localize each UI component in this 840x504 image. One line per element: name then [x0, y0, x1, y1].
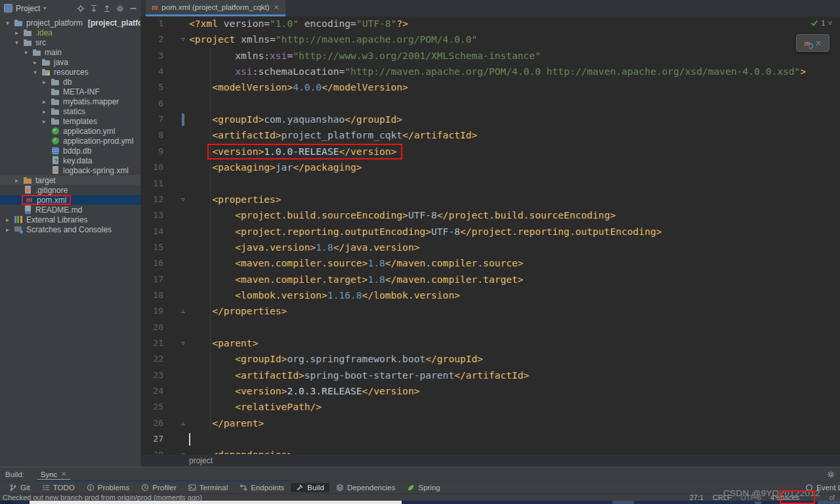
tree-item-mybatis-mapper[interactable]: ▸mybatis.mapper: [0, 96, 140, 106]
tree-item-templates[interactable]: ▸templates: [0, 116, 140, 126]
code-line-28[interactable]: 28▿ <dependencies>: [141, 447, 840, 454]
code-line-14[interactable]: 14 <project.reporting.outputEncoding>UTF…: [141, 224, 840, 240]
tree-item-bddp-db[interactable]: bddp.db: [0, 146, 140, 156]
settings-gear-icon[interactable]: [827, 471, 835, 478]
tree-item-src[interactable]: ▾src: [0, 37, 140, 47]
tree-item-idea[interactable]: ▸.idea: [0, 28, 140, 37]
line-number[interactable]: 10: [141, 159, 163, 175]
code-editor[interactable]: 1<?xml version="1.0" encoding="UTF-8"?>2…: [141, 16, 840, 454]
tree-item-application-prod-yml[interactable]: application-prod.yml: [0, 136, 140, 146]
tree-item-pom-xml[interactable]: mpom.xml: [0, 195, 140, 205]
code-line-11[interactable]: 11: [141, 176, 840, 192]
tree-item-main[interactable]: ▾main: [0, 47, 140, 57]
code-line-1[interactable]: 1<?xml version="1.0" encoding="UTF-8"?>: [141, 16, 840, 32]
line-number[interactable]: 1: [141, 16, 163, 32]
build-tab-sync[interactable]: Sync ✕: [37, 467, 70, 481]
chevron-down-icon[interactable]: ▾: [43, 5, 46, 11]
line-number[interactable]: 8: [141, 127, 163, 143]
inspections-widget[interactable]: 1 ˅: [810, 19, 832, 27]
expand-all-icon[interactable]: [90, 5, 98, 12]
line-number[interactable]: 27: [141, 431, 163, 447]
tree-item-resources[interactable]: ▾resources: [0, 67, 140, 77]
fold-up-icon[interactable]: ▵: [178, 303, 188, 319]
line-number[interactable]: 7: [141, 112, 163, 127]
line-number[interactable]: 13: [141, 207, 163, 223]
close-icon[interactable]: [815, 40, 822, 47]
tree-item-external-libraries[interactable]: ▸External Libraries: [0, 215, 140, 224]
project-panel-title[interactable]: Project: [16, 4, 40, 13]
tool-window-button-terminal[interactable]: Terminal: [183, 483, 233, 492]
code-line-10[interactable]: 10 <packaging>jar</packaging>: [141, 159, 840, 176]
tree-item-application-yml[interactable]: application.yml: [0, 126, 140, 136]
line-number[interactable]: 28: [141, 447, 163, 454]
code-line-9[interactable]: 9 <version>1.0.0-RELEASE</version>: [141, 144, 840, 160]
line-number[interactable]: 12: [141, 192, 163, 207]
code-line-4[interactable]: 4 xsi:schemaLocation="http://maven.apach…: [141, 64, 840, 80]
chevron-expanded-icon[interactable]: ▾: [4, 20, 11, 26]
code-line-2[interactable]: 2▿<project xmlns="http://maven.apache.or…: [141, 32, 840, 48]
tool-window-button-spring[interactable]: Spring: [402, 483, 445, 492]
tool-window-button-build[interactable]: Build: [291, 483, 329, 492]
code-line-25[interactable]: 25 <relativePath/>: [141, 399, 840, 415]
locate-file-icon[interactable]: [77, 5, 85, 12]
line-number[interactable]: 21: [141, 335, 163, 351]
chevron-collapsed-icon[interactable]: ▸: [41, 118, 48, 125]
chevron-expanded-icon[interactable]: ▾: [32, 69, 39, 75]
tool-window-button-todo[interactable]: TODO: [37, 483, 80, 492]
tool-window-button-git[interactable]: Git: [4, 483, 35, 492]
code-line-26[interactable]: 26▵ </parent>: [141, 415, 840, 432]
code-line-23[interactable]: 23 <artifactId>spring-boot-starter-paren…: [141, 368, 840, 384]
line-number[interactable]: 22: [141, 351, 163, 367]
code-line-6[interactable]: 6: [141, 96, 840, 112]
line-number[interactable]: 20: [141, 320, 163, 335]
tree-item-project-platform[interactable]: ▾project_platform[project_platform_cqkt]…: [0, 18, 140, 28]
tree-item-java[interactable]: ▸java: [0, 57, 140, 67]
chevron-collapsed-icon[interactable]: ▸: [41, 79, 48, 85]
line-number[interactable]: 15: [141, 240, 163, 255]
code-line-7[interactable]: 7 <groupId>com.yaquanshao</groupId>: [141, 112, 840, 128]
line-number[interactable]: 3: [141, 48, 163, 64]
code-line-13[interactable]: 13 <project.build.sourceEncoding>UTF-8</…: [141, 207, 840, 224]
line-number[interactable]: 14: [141, 224, 163, 240]
taskbar-segment[interactable]: [612, 501, 634, 504]
breadcrumb-item-project[interactable]: project: [189, 456, 213, 465]
chevron-collapsed-icon[interactable]: ▸: [41, 108, 48, 115]
line-number[interactable]: 11: [141, 176, 163, 192]
line-number[interactable]: 26: [141, 415, 163, 431]
code-line-8[interactable]: 8 <artifactId>project_platform_cqkt</art…: [141, 127, 840, 144]
chevron-collapsed-icon[interactable]: ▸: [4, 217, 11, 223]
line-number[interactable]: 19: [141, 303, 163, 319]
code-line-17[interactable]: 17 <maven.compiler.target>1.8</maven.com…: [141, 272, 840, 288]
collapse-all-icon[interactable]: [103, 5, 111, 12]
taskbar-app-button[interactable]: [30, 501, 402, 504]
tab-pom-xml[interactable]: m pom.xml (project_platform_cqkt) ✕: [146, 0, 285, 16]
chevron-collapsed-icon[interactable]: ▸: [13, 30, 20, 36]
tree-item-readme-md[interactable]: README.md: [0, 205, 140, 215]
chevron-expanded-icon[interactable]: ▾: [13, 39, 20, 46]
tree-item-logback-spring-xml[interactable]: logback-spring.xml: [0, 165, 140, 175]
tool-window-button-profiler[interactable]: Profiler: [136, 483, 181, 492]
line-number[interactable]: 6: [141, 96, 163, 112]
close-tab-icon[interactable]: ✕: [274, 3, 280, 12]
code-line-27[interactable]: 27: [141, 431, 840, 448]
line-number[interactable]: 25: [141, 399, 163, 415]
tool-window-button-dependencies[interactable]: Dependencies: [331, 483, 401, 492]
code-line-21[interactable]: 21▿ <parent>: [141, 335, 840, 352]
fold-down-icon[interactable]: ▿: [178, 192, 188, 207]
tree-item-meta-inf[interactable]: META-INF: [0, 87, 140, 96]
taskbar-tray-icon[interactable]: [755, 501, 761, 504]
line-number[interactable]: 4: [141, 64, 163, 79]
tree-item-db[interactable]: ▸db: [0, 77, 140, 87]
tool-window-button-problems[interactable]: Problems: [81, 483, 135, 492]
taskbar-tray[interactable]: [818, 501, 840, 504]
fold-down-icon[interactable]: ▿: [178, 32, 188, 47]
chevron-expanded-icon[interactable]: ▾: [22, 49, 30, 56]
line-number[interactable]: 5: [141, 79, 163, 95]
line-number[interactable]: 23: [141, 368, 163, 383]
code-line-15[interactable]: 15 <java.version>1.8</java.version>: [141, 240, 840, 256]
line-number[interactable]: 2: [141, 32, 163, 47]
chevron-collapsed-icon[interactable]: ▸: [13, 177, 20, 184]
tree-item-gitignore[interactable]: .gitignore: [0, 185, 140, 195]
chevron-up-icon[interactable]: ˅: [828, 19, 832, 27]
code-line-5[interactable]: 5 <modelVersion>4.0.0</modelVersion>: [141, 79, 840, 96]
